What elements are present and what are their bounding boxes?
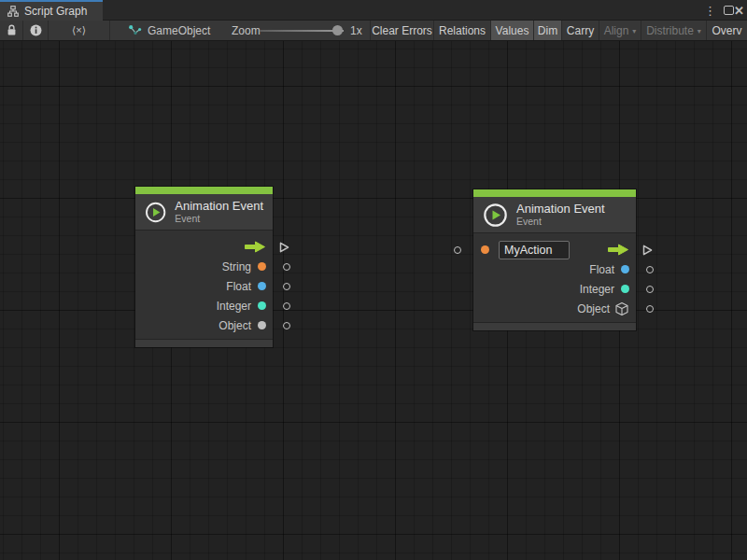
graph-canvas[interactable]: Animation Event Event String <box>0 41 747 560</box>
values-button[interactable]: Values <box>491 21 534 40</box>
float-port-dot-icon <box>258 282 266 290</box>
tab-script-graph[interactable]: Script Graph <box>0 0 103 21</box>
window-menu-icon[interactable]: ⋮ <box>704 0 716 21</box>
zoom-slider-track[interactable] <box>260 30 344 32</box>
integer-port-dot-icon <box>621 285 629 293</box>
event-name-input-row[interactable] <box>473 240 636 259</box>
value-port-circle[interactable] <box>646 266 654 273</box>
close-icon[interactable]: ✕ <box>734 0 747 21</box>
overview-button[interactable]: Overv <box>707 21 747 40</box>
value-port-circle[interactable] <box>454 246 461 254</box>
script-graph-asset-icon <box>128 24 142 36</box>
float-port-dot-icon <box>621 265 629 273</box>
port-row-integer[interactable]: Integer <box>135 296 273 315</box>
graph-hierarchy-icon <box>7 6 19 17</box>
node-animation-event-2[interactable]: Animation Event Event <box>473 189 636 330</box>
carry-button[interactable]: Carry <box>562 21 599 40</box>
info-icon <box>30 24 42 36</box>
script-graph-window: Script Graph ⋮ ✕ ⟨×⟩ <box>0 0 747 560</box>
port-row-float[interactable]: Float <box>135 276 273 296</box>
node-body: String Float Integer Object <box>135 231 273 339</box>
port-row-object[interactable]: Object <box>473 299 636 318</box>
info-button[interactable] <box>23 21 49 40</box>
value-port-circle[interactable] <box>283 283 290 290</box>
value-port-circle[interactable] <box>283 322 290 329</box>
event-play-icon <box>483 203 508 228</box>
object-port-dot-icon <box>258 321 266 329</box>
lock-button[interactable] <box>0 21 23 40</box>
graph-target[interactable]: GameObject <box>128 21 210 40</box>
align-button[interactable]: Align ▾ <box>599 21 641 40</box>
graph-target-label: GameObject <box>148 24 210 37</box>
zoom-slider-handle[interactable] <box>332 25 343 35</box>
value-port-circle[interactable] <box>283 263 290 271</box>
node-footer <box>135 339 273 347</box>
flow-output-row[interactable] <box>135 237 273 257</box>
event-play-icon <box>145 200 166 225</box>
chevron-down-icon: ▾ <box>632 27 636 35</box>
value-port-circle[interactable] <box>646 286 654 293</box>
node-animation-event-1[interactable]: Animation Event Event String <box>135 187 273 347</box>
node-header[interactable]: Animation Event Event <box>473 197 636 233</box>
zoom-label: Zoom <box>232 21 261 40</box>
node-color-bar <box>473 189 636 197</box>
node-title: Animation Event <box>516 203 605 217</box>
flow-out-arrow-icon <box>607 244 629 256</box>
node-footer <box>473 322 636 330</box>
flow-out-arrow-icon <box>244 241 266 253</box>
tab-title: Script Graph <box>24 5 87 18</box>
dim-button[interactable]: Dim <box>534 21 562 40</box>
event-name-field[interactable] <box>499 241 570 259</box>
node-subtitle: Event <box>175 213 263 224</box>
port-row-object[interactable]: Object <box>135 315 273 335</box>
port-row-float[interactable]: Float <box>473 259 636 279</box>
maximize-icon[interactable] <box>724 0 734 21</box>
node-title: Animation Event <box>175 200 263 214</box>
port-row-string[interactable]: String <box>135 257 273 276</box>
value-port-circle[interactable] <box>283 302 290 310</box>
node-header[interactable]: Animation Event Event <box>135 194 273 231</box>
value-port-circle[interactable] <box>646 305 654 313</box>
string-port-dot-icon <box>481 245 489 254</box>
graph-toolbar: ⟨×⟩ GameObject Zoom 1x Clear Errors Rela… <box>0 21 747 41</box>
flow-port-triangle-icon[interactable] <box>642 244 653 256</box>
relations-button[interactable]: Relations <box>434 21 491 40</box>
object-cube-icon <box>614 301 629 316</box>
zoom-value: 1x <box>350 21 362 40</box>
node-subtitle: Event <box>516 216 605 227</box>
node-color-bar <box>135 187 273 194</box>
string-port-dot-icon <box>258 262 266 271</box>
flow-port-triangle-icon[interactable] <box>279 241 289 253</box>
lock-icon <box>7 24 17 36</box>
integer-port-dot-icon <box>258 301 266 310</box>
code-preview-button[interactable]: ⟨×⟩ <box>49 21 110 40</box>
node-body: Float Integer Object <box>473 233 636 322</box>
chevron-down-icon: ▾ <box>698 27 701 35</box>
tab-bar: Script Graph ⋮ ✕ <box>0 0 747 21</box>
clear-errors-button[interactable]: Clear Errors <box>370 21 434 40</box>
port-row-integer[interactable]: Integer <box>473 279 636 299</box>
distribute-button[interactable]: Distribute ▾ <box>641 21 707 40</box>
code-preview-icon: ⟨×⟩ <box>72 24 86 36</box>
